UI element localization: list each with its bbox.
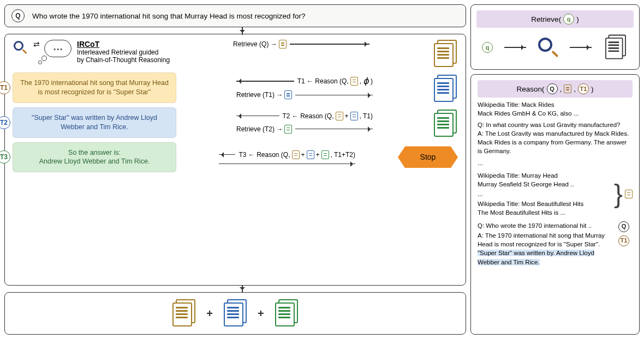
- document-icon: [350, 77, 358, 86]
- arrow-icon: [504, 47, 526, 48]
- wiki-title-2: Wikipedia Title: Murray Head: [478, 172, 558, 179]
- reason-3-label: T3 ← Reason (Q, ++, T1+T2): [238, 150, 355, 159]
- retrieve-t2-label: Retrieve (T2) →: [236, 125, 292, 134]
- documents-icon: [171, 299, 196, 328]
- document-icon: [564, 84, 571, 93]
- document-icon: [350, 112, 358, 120]
- wiki-body-3: The Most Beautifullest Hits is ...: [478, 209, 565, 216]
- t3-badge: T3: [0, 150, 10, 164]
- retrieved-docs-1: [433, 40, 458, 68]
- document-icon: [292, 150, 300, 159]
- document-icon: [279, 40, 287, 49]
- plus-icon: +: [258, 307, 264, 320]
- ellipsis: ...: [478, 159, 633, 167]
- t1-badge: T1: [578, 83, 589, 94]
- document-icon: [284, 125, 292, 134]
- documents-icon: [223, 299, 248, 328]
- swap-icon: ⇄: [33, 40, 39, 49]
- method-title-block: IRCoT Interleaved Retrieval guided by Ch…: [77, 40, 170, 64]
- example-a: A: The Lost Gravity was manufactured by …: [478, 130, 629, 154]
- thought-t3: So the answer is: Andrew Lloyd Webber an…: [13, 142, 176, 173]
- thought-t2: "Super Star" was written by Andrew Lloyd…: [13, 107, 176, 138]
- plus-icon: +: [206, 307, 213, 320]
- document-icon: [625, 190, 633, 198]
- document-icon: [321, 150, 329, 159]
- prompt-a-highlight: "Super Star" was written by. Andrew Lloy…: [478, 250, 594, 265]
- retrieve-header: Retrieve( q ): [476, 10, 634, 28]
- wiki-body-2: Murray Seafield St George Head ..: [478, 181, 574, 187]
- prompt-q: Q: Who wrote the 1970 international hit …: [478, 222, 592, 229]
- retrieve-t1-label: Retrieve (T1) →: [236, 90, 292, 99]
- method-title: IRCoT: [77, 40, 170, 49]
- method-subtitle-1: Interleaved Retrieval guided: [77, 49, 170, 56]
- t2-badge: T2: [0, 116, 10, 129]
- question-text: Who wrote the 1970 international hit son…: [32, 12, 306, 20]
- combine-panel: + +: [4, 292, 466, 335]
- documents-icon: [604, 35, 627, 60]
- wiki-title-3: Wikipedia Title: Most Beautifullest Hits: [478, 201, 583, 207]
- arrow-icon: [570, 47, 592, 48]
- stop-node: Stop: [398, 146, 458, 168]
- retrieve-q-label: Retrieve (Q) →: [233, 40, 287, 49]
- method-subtitle-2: by Chain-of-Thought Reasoning: [77, 56, 170, 64]
- document-icon: [284, 90, 292, 99]
- search-icon: [13, 40, 28, 55]
- documents-icon: [274, 299, 299, 328]
- reason-header: Reason( Q, , T1 ): [478, 80, 633, 98]
- search-icon: [537, 37, 559, 58]
- q-small-badge: q: [482, 42, 493, 53]
- thought-cloud-icon: ∘∘∘: [44, 40, 71, 57]
- brace-icon: }: [614, 184, 623, 204]
- retrieved-docs-3: [433, 110, 458, 138]
- thought-t1: The 1970 international hit song that Mur…: [13, 72, 176, 103]
- wiki-title-1: Wikipedia Title: Mack Rides: [478, 101, 554, 108]
- question-panel: Q Who wrote the 1970 international hit s…: [4, 4, 466, 27]
- ellipsis: ...: [478, 190, 612, 198]
- reason-2-label: T2 ← Reason (Q, +, T1): [283, 112, 373, 120]
- reason-definition-panel: Reason( Q, , T1 ) Wikipedia Title: Mack …: [470, 74, 640, 335]
- reason-body: Wikipedia Title: Mack RidesMack Rides Gm…: [478, 100, 633, 267]
- prompt-a-pre: A: The 1970 international hit song that …: [478, 232, 605, 247]
- wiki-body-1: Mack Rides GmbH & Co KG, also ...: [478, 110, 579, 117]
- document-icon: [336, 112, 343, 120]
- t1-badge: T1: [0, 81, 10, 94]
- retrieved-docs-2: [433, 75, 458, 103]
- document-icon: [307, 150, 314, 159]
- q-small-badge: q: [563, 14, 574, 25]
- example-q: Q: In what country was Lost Gravity manu…: [478, 122, 620, 128]
- connector-line: [242, 286, 243, 292]
- q-badge: Q: [11, 9, 25, 22]
- q-badge: Q: [547, 83, 558, 94]
- retrieve-definition-panel: Retrieve( q ) q: [470, 4, 640, 70]
- main-diagram: ⇄ ∘∘∘ IRCoT Interleaved Retrieval guided…: [4, 34, 466, 286]
- reason-1-label: T1 ← Reason (Q, , ϕ ): [297, 76, 373, 86]
- q-badge: Q: [618, 221, 629, 232]
- t1-badge: T1: [618, 235, 629, 246]
